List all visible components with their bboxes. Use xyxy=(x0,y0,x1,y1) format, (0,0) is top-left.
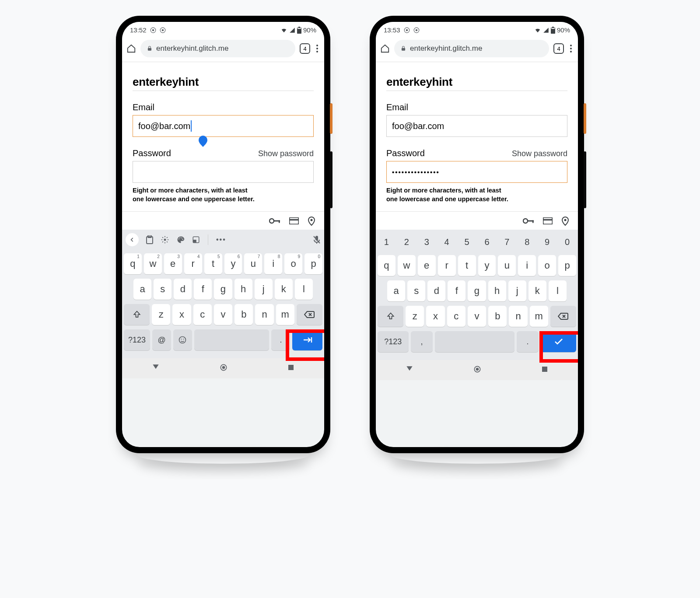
key-b[interactable]: b xyxy=(234,304,253,325)
key-m[interactable]: m xyxy=(276,304,294,325)
password-key-icon[interactable] xyxy=(269,217,280,225)
key-c[interactable]: c xyxy=(447,306,466,327)
key-a[interactable]: a xyxy=(133,279,151,300)
key-o[interactable]: o xyxy=(538,255,556,276)
key-y[interactable]: y xyxy=(478,255,496,276)
key-p[interactable]: p xyxy=(558,255,576,276)
palette-icon[interactable] xyxy=(176,235,185,244)
shift-key[interactable] xyxy=(124,304,150,325)
key-c[interactable]: c xyxy=(193,304,212,325)
at-key[interactable]: @ xyxy=(152,329,171,350)
period-key[interactable]: . xyxy=(517,331,539,352)
key-y[interactable]: y6 xyxy=(224,253,242,274)
key-w[interactable]: w xyxy=(398,255,416,276)
gear-icon[interactable] xyxy=(161,235,169,244)
key-2[interactable]: 2 xyxy=(398,233,416,251)
key-n[interactable]: n xyxy=(255,304,273,325)
one-hand-icon[interactable] xyxy=(192,236,200,244)
key-t[interactable]: t5 xyxy=(204,253,222,274)
key-3[interactable]: 3 xyxy=(418,233,436,251)
key-l[interactable]: l xyxy=(549,280,567,301)
nav-home-icon[interactable] xyxy=(219,363,228,374)
nav-back-icon[interactable] xyxy=(405,365,414,375)
key-g[interactable]: g xyxy=(214,279,232,300)
key-r[interactable]: r xyxy=(438,255,456,276)
collapse-tools-icon[interactable] xyxy=(126,233,139,246)
enter-key-next[interactable] xyxy=(292,329,322,350)
space-key[interactable] xyxy=(194,329,270,350)
nav-home-icon[interactable] xyxy=(473,365,482,375)
more-icon[interactable]: ••• xyxy=(216,236,226,244)
key-i[interactable]: i8 xyxy=(264,253,282,274)
key-s[interactable]: s xyxy=(407,280,425,301)
email-input[interactable]: foo@bar.com xyxy=(133,115,314,137)
backspace-key[interactable] xyxy=(550,306,576,327)
overflow-menu-icon[interactable] xyxy=(315,43,320,54)
key-6[interactable]: 6 xyxy=(478,233,496,251)
shift-key[interactable] xyxy=(378,306,403,327)
key-k[interactable]: k xyxy=(528,280,546,301)
key-o[interactable]: o9 xyxy=(284,253,302,274)
home-icon[interactable] xyxy=(126,44,136,53)
key-h[interactable]: h xyxy=(234,279,252,300)
key-8[interactable]: 8 xyxy=(518,233,536,251)
password-input[interactable]: ••••••••••••••• xyxy=(386,161,567,183)
home-icon[interactable] xyxy=(380,44,390,53)
symbols-key[interactable]: ?123 xyxy=(378,331,409,352)
show-password-toggle[interactable]: Show password xyxy=(512,149,567,158)
address-pin-icon[interactable] xyxy=(308,216,315,226)
key-a[interactable]: a xyxy=(387,280,405,301)
key-k[interactable]: k xyxy=(275,279,293,300)
key-5[interactable]: 5 xyxy=(458,233,476,251)
key-f[interactable]: f xyxy=(448,280,466,301)
address-bar[interactable]: enterkeyhint.glitch.me xyxy=(140,40,295,57)
key-q[interactable]: q1 xyxy=(124,253,142,274)
key-f[interactable]: f xyxy=(194,279,212,300)
nav-recents-icon[interactable] xyxy=(287,364,295,373)
key-0[interactable]: 0 xyxy=(558,233,576,251)
period-key[interactable]: . xyxy=(271,329,290,350)
key-t[interactable]: t xyxy=(458,255,476,276)
power-button[interactable] xyxy=(330,103,332,134)
key-g[interactable]: g xyxy=(468,280,486,301)
key-x[interactable]: x xyxy=(426,306,444,327)
key-v[interactable]: v xyxy=(468,306,486,327)
key-w[interactable]: w2 xyxy=(144,253,162,274)
key-z[interactable]: z xyxy=(152,304,170,325)
key-s[interactable]: s xyxy=(154,279,172,300)
key-j[interactable]: j xyxy=(255,279,273,300)
key-p[interactable]: p0 xyxy=(304,253,322,274)
payment-card-icon[interactable] xyxy=(289,217,299,224)
backspace-key[interactable] xyxy=(297,304,322,325)
symbols-key[interactable]: ?123 xyxy=(124,329,150,350)
key-r[interactable]: r4 xyxy=(184,253,202,274)
email-input[interactable]: foo@bar.com xyxy=(386,115,567,137)
key-h[interactable]: h xyxy=(488,280,506,301)
nav-back-icon[interactable] xyxy=(151,363,160,374)
address-bar[interactable]: enterkeyhint.glitch.me xyxy=(394,40,549,57)
comma-key[interactable]: , xyxy=(411,331,433,352)
password-input[interactable] xyxy=(133,161,314,183)
password-key-icon[interactable] xyxy=(523,217,534,225)
key-u[interactable]: u xyxy=(498,255,516,276)
caret-handle-icon[interactable] xyxy=(199,136,207,147)
key-e[interactable]: e xyxy=(418,255,436,276)
key-1[interactable]: 1 xyxy=(378,233,396,251)
key-n[interactable]: n xyxy=(509,306,527,327)
enter-key-done[interactable] xyxy=(541,331,576,352)
tab-switcher[interactable]: 4 xyxy=(553,43,564,54)
overflow-menu-icon[interactable] xyxy=(568,43,574,54)
key-u[interactable]: u7 xyxy=(244,253,262,274)
key-7[interactable]: 7 xyxy=(498,233,516,251)
mic-off-icon[interactable] xyxy=(313,235,321,244)
key-4[interactable]: 4 xyxy=(438,233,456,251)
key-x[interactable]: x xyxy=(172,304,191,325)
emoji-key[interactable] xyxy=(173,329,192,350)
tab-switcher[interactable]: 4 xyxy=(300,43,310,54)
key-i[interactable]: i xyxy=(518,255,536,276)
key-b[interactable]: b xyxy=(488,306,507,327)
key-j[interactable]: j xyxy=(508,280,526,301)
key-e[interactable]: e3 xyxy=(164,253,182,274)
key-d[interactable]: d xyxy=(174,279,192,300)
power-button[interactable] xyxy=(584,103,586,134)
